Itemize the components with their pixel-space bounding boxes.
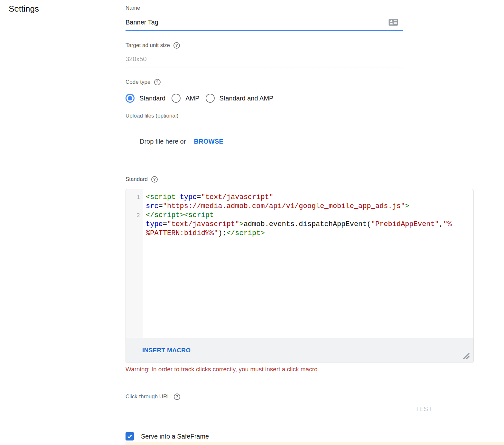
target-ad-unit-size-label-text: Target ad unit size [126, 42, 170, 49]
click-macro-warning: Warning: In order to track clicks correc… [126, 365, 474, 373]
safeframe-label: Serve into a SafeFrame [141, 433, 209, 440]
radio-option-amp[interactable]: AMP [172, 94, 199, 103]
help-icon[interactable]: ? [173, 42, 180, 49]
safeframe-row: Serve into a SafeFrame [126, 432, 474, 440]
code-type-radio-group: Standard AMP Standard and AMP [126, 94, 474, 103]
radio-button-icon[interactable] [126, 94, 135, 103]
settings-form: Name Banner Tag Target ad unit size ? 32… [126, 0, 474, 440]
target-ad-unit-size-value: 320x50 [126, 55, 474, 63]
contact-card-icon[interactable] [388, 18, 398, 26]
code-editor-body: 12 <script type="text/javascript"src="ht… [126, 189, 473, 338]
test-button[interactable]: TEST [415, 405, 432, 413]
radio-button-icon[interactable] [206, 94, 215, 103]
code-editor-footer: INSERT MACRO [126, 338, 473, 363]
drop-file-text: Drop file here or [140, 138, 186, 145]
safeframe-checkbox[interactable] [126, 432, 134, 440]
radio-option-label: Standard [139, 95, 165, 102]
help-icon[interactable]: ? [151, 176, 158, 183]
resize-handle-icon[interactable] [462, 352, 470, 360]
browse-button[interactable]: BROWSE [194, 138, 223, 145]
name-label: Name [126, 5, 474, 11]
file-drop-zone[interactable]: Drop file here or BROWSE [140, 138, 474, 145]
click-through-url-input[interactable] [126, 400, 403, 419]
click-through-url-label: Click-through URL ? [126, 393, 474, 400]
click-through-url-row: TEST [126, 400, 474, 419]
radio-option-label: AMP [185, 95, 199, 102]
name-label-text: Name [126, 5, 140, 11]
click-through-url-label-text: Click-through URL [126, 393, 170, 400]
code-type-label: Code type ? [126, 79, 474, 85]
radio-option-standard-and-amp[interactable]: Standard and AMP [206, 94, 274, 103]
name-input-value: Banner Tag [126, 19, 158, 26]
standard-code-label: Standard ? [126, 176, 474, 183]
page-title: Settings [9, 4, 39, 14]
code-editor: 12 <script type="text/javascript"src="ht… [126, 189, 474, 363]
code-type-label-text: Code type [126, 79, 151, 85]
upload-files-label: Upload files (optional) [126, 112, 474, 119]
radio-button-icon[interactable] [172, 94, 181, 103]
name-input[interactable]: Banner Tag [126, 18, 403, 31]
insert-macro-button[interactable]: INSERT MACRO [142, 347, 191, 354]
standard-code-label-text: Standard [126, 176, 148, 183]
notice-strip [126, 442, 504, 445]
upload-files-label-text: Upload files (optional) [126, 112, 178, 119]
dashed-divider [126, 68, 403, 68]
help-icon[interactable]: ? [174, 393, 180, 400]
help-icon[interactable]: ? [154, 79, 161, 85]
radio-option-label: Standard and AMP [219, 95, 274, 102]
code-editor-code[interactable]: <script type="text/javascript"src="https… [143, 189, 473, 338]
target-ad-unit-size-label: Target ad unit size ? [126, 42, 474, 49]
radio-option-standard[interactable]: Standard [126, 94, 165, 103]
code-editor-gutter: 12 [126, 189, 143, 338]
